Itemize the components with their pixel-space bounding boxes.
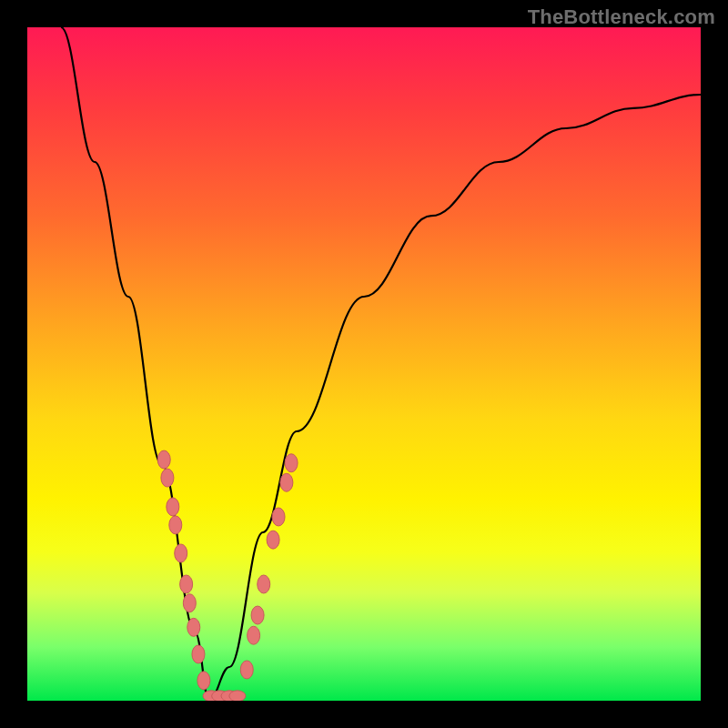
watermark-text: TheBottleneck.com (528, 5, 715, 29)
data-marker (192, 645, 205, 663)
data-marker (229, 691, 246, 701)
data-marker (285, 454, 298, 472)
data-marker (240, 661, 253, 679)
data-marker (157, 450, 170, 469)
data-markers (157, 450, 298, 701)
data-marker (280, 473, 293, 491)
data-marker (258, 575, 270, 593)
data-marker (169, 516, 182, 534)
data-marker (180, 575, 193, 593)
data-marker (248, 626, 260, 644)
plot-area (27, 27, 701, 701)
data-marker (183, 594, 196, 612)
data-marker (167, 498, 179, 516)
data-marker (187, 618, 200, 636)
bottleneck-curve (61, 27, 701, 701)
data-marker (175, 544, 187, 562)
data-marker (267, 531, 279, 549)
outer-frame: TheBottleneck.com (0, 0, 728, 728)
data-marker (251, 606, 264, 624)
data-marker (272, 508, 285, 526)
data-marker (197, 672, 210, 690)
data-marker (161, 469, 174, 487)
chart-svg (27, 27, 701, 701)
